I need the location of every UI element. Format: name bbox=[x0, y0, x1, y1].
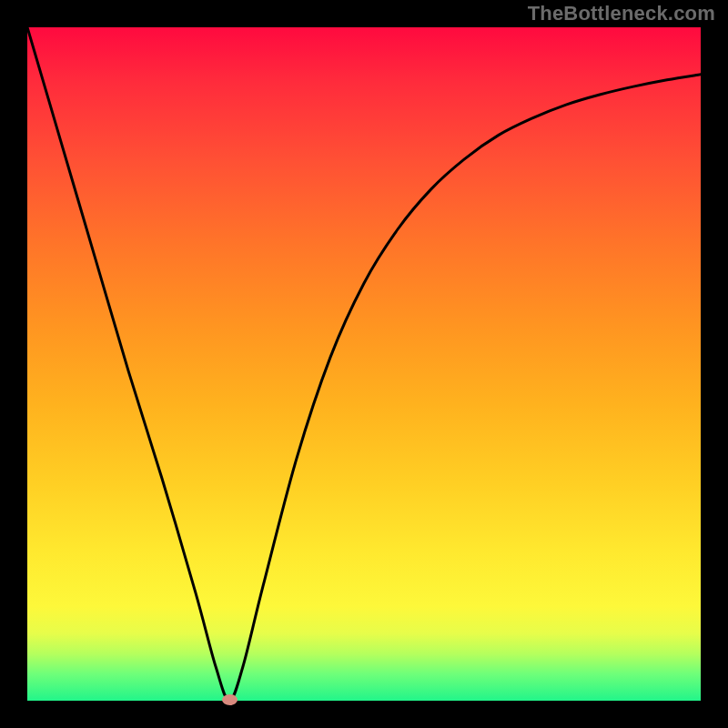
chart-container: TheBottleneck.com bbox=[0, 0, 728, 728]
plot-area bbox=[27, 27, 701, 701]
watermark-text: TheBottleneck.com bbox=[528, 2, 715, 25]
minimum-dot-icon bbox=[222, 694, 238, 705]
bottleneck-curve bbox=[27, 27, 701, 701]
